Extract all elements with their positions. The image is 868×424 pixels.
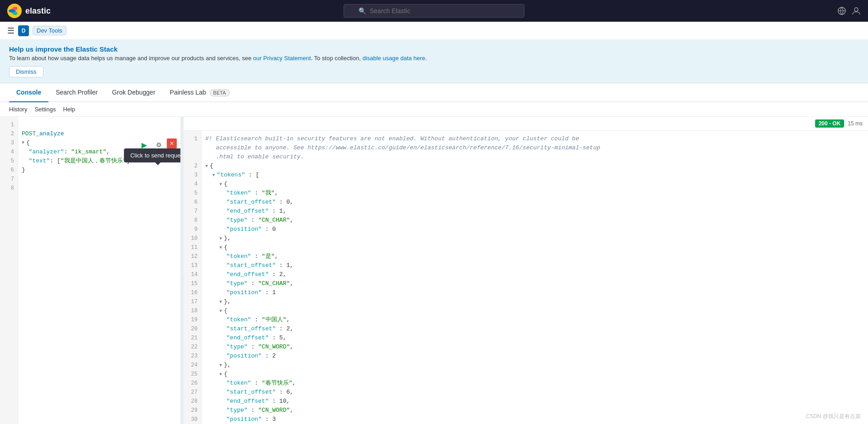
out-line-26: "token" : "春节快乐", (205, 379, 864, 388)
code-line-6: } (22, 166, 177, 175)
settings-button[interactable]: ⚙ (152, 138, 165, 151)
tab-painless-lab[interactable]: Painless Lab BETA (163, 83, 237, 102)
fold-4[interactable]: ▼ (219, 180, 224, 189)
out-line-22: "type" : "CN_WORD", (205, 343, 864, 352)
out-line-14: "end_offset" : 2, (205, 270, 864, 279)
action-buttons: Click to send request ▶ ⚙ ✕ (138, 138, 177, 151)
breadcrumb-bar: ☰ D Dev Tools (0, 22, 868, 40)
out-line-19: "token" : "中国人", (205, 315, 864, 324)
fold-2[interactable]: ▼ (205, 162, 210, 171)
disable-link[interactable]: disable usage data here (363, 55, 425, 62)
out-line-7: "end_offset" : 1, (205, 207, 864, 216)
watermark: CSDN @我只是有点菜 (806, 413, 861, 420)
code-line-8 (22, 184, 177, 193)
privacy-link[interactable]: our Privacy Statement (253, 55, 311, 62)
search-input[interactable] (370, 7, 519, 14)
fold-18[interactable]: ▼ (219, 307, 224, 316)
out-line-5: "token" : "我", (205, 189, 864, 198)
dismiss-button[interactable]: Dismiss (9, 66, 43, 77)
fold-11[interactable]: ▼ (219, 243, 224, 252)
nav-right (837, 6, 861, 15)
hamburger-button[interactable]: ☰ (7, 26, 14, 36)
out-line-1: #! Elasticsearch built-in security featu… (205, 134, 864, 143)
line-numbers: 1 2 3 4 5 6 7 8 (0, 117, 18, 424)
play-btn-wrapper: Click to send request ▶ (138, 138, 151, 151)
user-button[interactable] (852, 6, 861, 15)
fold-3[interactable]: ▼ (212, 171, 217, 180)
out-line-11: ▼{ (205, 243, 864, 252)
help-item[interactable]: Help (63, 104, 75, 114)
sub-toolbar: History Settings Help (0, 102, 868, 117)
play-button[interactable]: ▶ (138, 138, 151, 151)
code-line-7 (22, 175, 177, 184)
code-content[interactable]: POST _analyze ▼{ "analyzer": "ik_smart",… (18, 117, 180, 424)
out-line-24: ▼}, (205, 361, 864, 370)
search-icon: 🔍 (359, 7, 366, 14)
tab-console[interactable]: Console (9, 83, 48, 102)
svg-point-3 (9, 10, 15, 13)
out-line-28: "end_offset" : 10, (205, 397, 864, 406)
output-header: 200 - OK 15 ms (184, 117, 868, 131)
globe-button[interactable] (837, 6, 846, 15)
out-line-12: "token" : "是", (205, 252, 864, 261)
out-line-29: "type" : "CN_WORD", (205, 406, 864, 415)
close-button[interactable]: ✕ (167, 138, 177, 148)
top-nav: elastic 🔍 (0, 0, 868, 22)
info-banner: Help us improve the Elastic Stack To lea… (0, 40, 868, 83)
tab-grok-debugger[interactable]: Grok Debugger (105, 83, 163, 102)
out-line-18: ▼{ (205, 306, 864, 315)
out-line-8: "type" : "CN_CHAR", (205, 216, 864, 225)
left-pane: 1 2 3 4 5 6 7 8 POST _analyze ▼{ "analyz… (0, 117, 181, 424)
svg-point-5 (854, 8, 858, 11)
out-line-4: ▼{ (205, 180, 864, 189)
out-line-1c: .html to enable security. (205, 152, 864, 162)
fold-17[interactable]: ▼ (219, 298, 224, 307)
output-area: 1 2 3 4 5 6 7 8 9 10 11 12 13 14 15 16 1… (184, 131, 868, 424)
code-line-2: POST _analyze (22, 129, 177, 138)
output-code: #! Elasticsearch built-in security featu… (202, 131, 868, 424)
editor-area: 1 2 3 4 5 6 7 8 POST _analyze ▼{ "analyz… (0, 117, 180, 424)
out-line-17: ▼}, (205, 297, 864, 306)
time-badge: 15 ms (848, 120, 863, 127)
fold-10[interactable]: ▼ (219, 234, 224, 243)
history-item[interactable]: History (9, 104, 27, 114)
out-line-21: "end_offset" : 5, (205, 333, 864, 343)
out-line-10: ▼}, (205, 234, 864, 243)
out-line-15: "type" : "CN_CHAR", (205, 279, 864, 288)
status-badge: 200 - OK (815, 119, 844, 128)
right-pane: 200 - OK 15 ms 1 2 3 4 5 6 7 8 9 10 11 1… (184, 117, 868, 424)
out-line-20: "start_offset" : 2, (205, 324, 864, 333)
out-line-30: "position" : 3 (205, 415, 864, 424)
fold-24[interactable]: ▼ (219, 361, 224, 370)
out-line-6: "start_offset" : 0, (205, 198, 864, 207)
code-line-1 (22, 120, 177, 129)
banner-title: Help us improve the Elastic Stack (9, 45, 859, 53)
fold-25[interactable]: ▼ (219, 370, 224, 379)
out-line-3: ▼"tokens" : [ (205, 171, 864, 180)
banner-text: To learn about how usage data helps us m… (9, 55, 859, 62)
settings-item[interactable]: Settings (34, 104, 56, 114)
out-line-23: "position" : 2 (205, 352, 864, 361)
elastic-logo[interactable]: elastic (7, 4, 51, 18)
beta-badge: BETA (210, 89, 230, 96)
code-line-5: "text": ["我是中国人，春节快乐"] (22, 157, 177, 166)
out-line-13: "start_offset" : 1, (205, 261, 864, 270)
out-line-1b: accessible to anyone. See https://www.el… (205, 143, 864, 152)
search-bar-container: 🔍 (344, 4, 524, 18)
avatar: D (18, 25, 29, 36)
out-line-9: "position" : 0 (205, 225, 864, 234)
tabs-bar: Console Search Profiler Grok Debugger Pa… (0, 83, 868, 102)
main-content: 1 2 3 4 5 6 7 8 POST _analyze ▼{ "analyz… (0, 117, 868, 424)
output-line-numbers: 1 2 3 4 5 6 7 8 9 10 11 12 13 14 15 16 1… (184, 131, 202, 424)
dev-tools-badge[interactable]: Dev Tools (33, 26, 66, 35)
out-line-2: ▼{ (205, 162, 864, 171)
out-line-25: ▼{ (205, 370, 864, 379)
out-line-16: "position" : 1 (205, 288, 864, 297)
out-line-27: "start_offset" : 6, (205, 388, 864, 397)
tab-search-profiler[interactable]: Search Profiler (48, 83, 105, 102)
logo-text: elastic (25, 6, 51, 16)
